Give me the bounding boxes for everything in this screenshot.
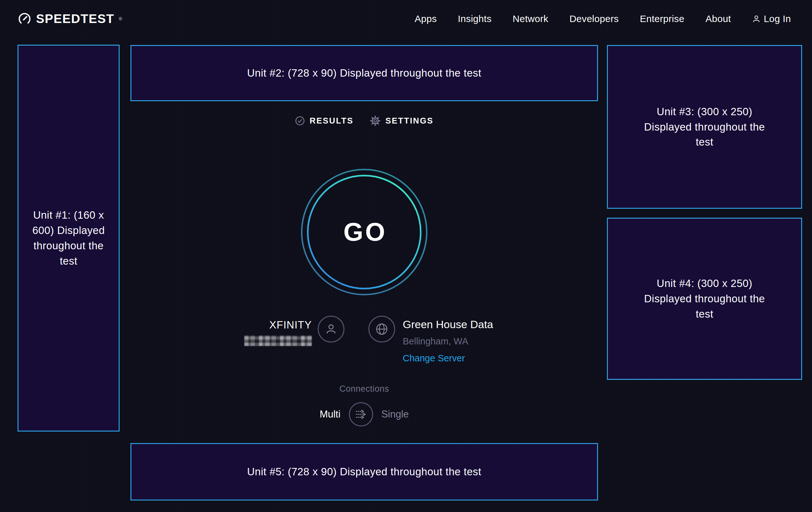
ad-unit-4-text: Unit #4: (300 x 250) Displayed throughou… [634,276,775,322]
connections-toggle[interactable] [349,402,373,427]
ad-unit-2-text: Unit #2: (728 x 90) Displayed throughout… [247,65,481,81]
server-name: Green House Data [403,318,493,331]
login-label: Log In [764,14,791,24]
server-location: Bellingham, WA [403,336,468,347]
globe-icon [375,322,388,336]
tab-bar: RESULTS SETTINGS [130,115,598,126]
ad-unit-5-text: Unit #5: (728 x 90) Displayed throughout… [247,464,481,480]
connections-single-label[interactable]: Single [381,409,409,420]
tab-settings[interactable]: SETTINGS [370,115,433,126]
check-circle-icon [295,116,305,126]
connections-multi-label[interactable]: Multi [320,409,340,420]
nav-item-login[interactable]: Log In [752,14,791,24]
ad-unit-1[interactable]: Unit #1: (160 x 600) Displayed throughou… [18,45,120,432]
user-icon [324,322,338,336]
ad-unit-3[interactable]: Unit #3: (300 x 250) Displayed throughou… [607,45,802,209]
gear-icon [370,115,380,126]
tab-results-label: RESULTS [310,116,354,126]
nav-menu: Apps Insights Network Developers Enterpr… [415,14,791,24]
connections-toggle-row: Multi Single [320,402,409,427]
connections-label: Connections [339,384,389,394]
speedtest-logo[interactable]: SPEEDTEST ® [18,12,122,26]
ad-unit-5[interactable]: Unit #5: (728 x 90) Displayed throughout… [130,443,598,501]
multi-connections-icon [350,402,372,427]
logo-trademark: ® [119,16,122,21]
nav-item-network[interactable]: Network [513,14,548,24]
ad-unit-4[interactable]: Unit #4: (300 x 250) Displayed throughou… [607,218,802,380]
nav-item-apps[interactable]: Apps [415,14,437,24]
host-row: XFINITY Green House Data Bellingham, WA … [130,315,598,363]
nav-item-enterprise[interactable]: Enterprise [640,14,685,24]
server-block: Green House Data Bellingham, WA Change S… [403,315,493,363]
speedometer-icon [18,12,32,26]
provider-name: XFINITY [269,319,312,331]
nav-item-insights[interactable]: Insights [458,14,491,24]
logo-text: SPEEDTEST [36,12,114,26]
ad-unit-3-text: Unit #3: (300 x 250) Displayed throughou… [634,104,775,150]
change-server-link[interactable]: Change Server [403,353,465,363]
user-icon [752,15,761,23]
server-globe-icon [368,316,395,343]
provider-user-icon [318,316,344,343]
ad-unit-2[interactable]: Unit #2: (728 x 90) Displayed throughout… [130,45,598,101]
nav-item-developers[interactable]: Developers [569,14,619,24]
ad-unit-1-text: Unit #1: (160 x 600) Displayed throughou… [26,208,111,268]
nav-item-about[interactable]: About [705,14,731,24]
go-button[interactable]: GO [300,168,428,296]
connections-section: Connections Multi Single [130,384,598,427]
provider-ip-redacted [244,335,312,346]
go-label: GO [300,168,428,296]
tab-results[interactable]: RESULTS [295,115,354,126]
tab-settings-label: SETTINGS [385,116,433,126]
top-nav: SPEEDTEST ® Apps Insights Network Develo… [0,0,812,38]
provider-block: XFINITY [235,315,312,346]
